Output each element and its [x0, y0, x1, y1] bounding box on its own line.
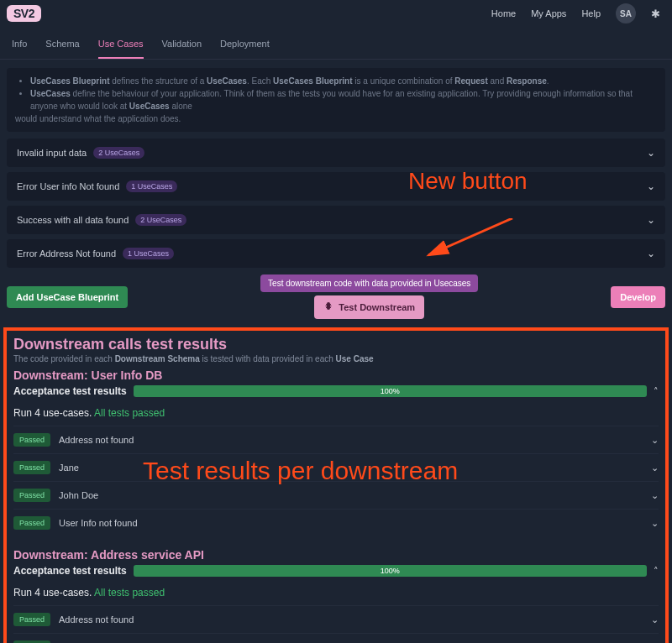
test-row[interactable]: PassedJane ⌄: [13, 633, 659, 643]
test-row[interactable]: PassedAddress not found ⌄: [13, 426, 659, 453]
avatar[interactable]: SA: [616, 3, 636, 24]
chevron-down-icon: ⌄: [651, 518, 659, 529]
tab-info[interactable]: Info: [12, 39, 27, 59]
logo[interactable]: SV2: [7, 5, 41, 22]
results-title: Downstream calls test results: [13, 336, 659, 353]
tab-bar: Info Schema Use Cases Validation Deploym…: [0, 27, 672, 60]
status-badge: Passed: [13, 516, 50, 530]
intro-trailing: would understand what the application do…: [15, 112, 657, 125]
test-name: Jane: [59, 463, 79, 473]
test-row[interactable]: PassedUser Info not found ⌄: [13, 509, 659, 536]
test-name: User Info not found: [59, 518, 138, 528]
test-downstream-button[interactable]: Test Downstream: [314, 295, 424, 319]
intro-bullet-1: UseCases Blueprint defines the structure…: [30, 75, 657, 87]
downstream-name: Downstream: User Info DB: [13, 369, 659, 382]
usecase-row[interactable]: Error Address Not found 1 UseCases ⌄: [7, 239, 665, 268]
nav-help[interactable]: Help: [581, 8, 601, 18]
usecase-row[interactable]: Error User info Not found 1 UseCases ⌄: [7, 172, 665, 201]
tab-deployment[interactable]: Deployment: [220, 39, 270, 59]
usecase-count-badge: 1 UseCases: [126, 180, 177, 192]
test-downstream-tooltip: Test downstream code with data provided …: [260, 274, 478, 292]
chevron-up-icon: ˄: [654, 386, 659, 397]
annotation-new-button: New button: [408, 168, 528, 195]
usecase-row[interactable]: Invalid input data 2 UseCases ⌄: [7, 139, 665, 167]
downstream-name: Downstream: Address service API: [13, 548, 659, 562]
chevron-down-icon: ⌄: [647, 180, 655, 192]
status-badge: Passed: [13, 613, 50, 626]
tab-schema[interactable]: Schema: [45, 39, 79, 59]
chevron-down-icon: ⌄: [651, 490, 659, 501]
test-name: Address not found: [59, 614, 134, 625]
nav-my-apps[interactable]: My Apps: [531, 8, 566, 18]
develop-button[interactable]: Develop: [611, 286, 665, 308]
usecase-count-badge: 1 UseCases: [123, 248, 174, 259]
usecase-label: Error Address Not found: [17, 248, 116, 259]
test-row[interactable]: PassedJohn Doe ⌄: [13, 481, 659, 509]
test-row[interactable]: PassedJane ⌄: [13, 453, 659, 481]
chevron-down-icon: ⌄: [647, 248, 655, 259]
chevron-down-icon: ⌄: [651, 463, 659, 473]
tab-validation[interactable]: Validation: [162, 39, 202, 59]
acceptance-label: Acceptance test results: [13, 385, 127, 397]
usecase-label: Error User info Not found: [17, 181, 119, 191]
usecase-label: Success with all data found: [17, 215, 129, 225]
acceptance-label: Acceptance test results: [13, 565, 127, 577]
usecase-count-badge: 2 UseCases: [93, 147, 144, 159]
acceptance-row[interactable]: Acceptance test results 100% ˄: [13, 565, 659, 577]
progress-bar: 100%: [134, 565, 647, 577]
chevron-down-icon: ⌄: [647, 214, 655, 226]
chevron-down-icon: ⌄: [651, 614, 659, 625]
nav-home[interactable]: Home: [491, 8, 516, 18]
add-blueprint-button[interactable]: Add UseCase Blueprint: [7, 286, 128, 308]
test-downstream-label: Test Downstream: [339, 302, 415, 312]
test-name: Address not found: [59, 435, 134, 445]
bug-icon: [323, 301, 333, 313]
acceptance-row[interactable]: Acceptance test results 100% ˄: [13, 385, 659, 397]
results-subtitle: The code provided in each Downstream Sch…: [13, 354, 659, 363]
tab-use-cases[interactable]: Use Cases: [98, 39, 144, 59]
status-badge: Passed: [13, 461, 50, 474]
status-badge: Passed: [13, 489, 50, 502]
usecase-row[interactable]: Success with all data found 2 UseCases ⌄: [7, 206, 665, 234]
test-row[interactable]: PassedAddress not found ⌄: [13, 605, 659, 633]
usecase-label: Invalid input data: [17, 148, 87, 158]
results-panel: Downstream calls test results The code p…: [3, 327, 669, 643]
intro-bullet-2: UseCases define the behaviour of your ap…: [30, 87, 657, 112]
theme-toggle-icon[interactable]: ✱: [651, 8, 660, 20]
progress-bar: 100%: [134, 385, 647, 397]
usecase-count-badge: 2 UseCases: [135, 214, 186, 226]
chevron-down-icon: ⌄: [651, 435, 659, 446]
test-name: John Doe: [59, 490, 98, 500]
run-summary: Run 4 use-cases. All tests passed: [13, 407, 659, 419]
top-nav: Home My Apps Help SA ✱: [491, 3, 660, 24]
status-badge: Passed: [13, 433, 50, 447]
chevron-up-icon: ˄: [654, 566, 659, 577]
run-summary: Run 4 use-cases. All tests passed: [13, 587, 659, 599]
chevron-down-icon: ⌄: [647, 147, 655, 159]
intro-block: UseCases Blueprint defines the structure…: [7, 68, 665, 132]
